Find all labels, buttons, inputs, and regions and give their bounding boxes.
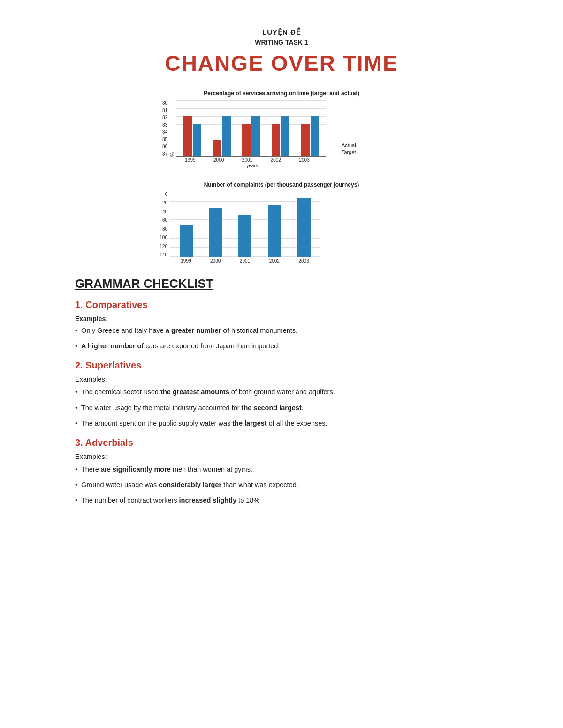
chart2-container: Number of complaints (per thousand passe… <box>160 181 403 263</box>
bar-2003-actual <box>301 124 310 156</box>
sup-ex1-bold: the greatest amounts <box>160 388 229 396</box>
sup-ex3-before: The amount spent on the public supply wa… <box>81 420 232 427</box>
comparatives-examples-label: Examples: <box>75 315 488 323</box>
comp-ex2-after: cars are exported from Japan than import… <box>144 342 280 350</box>
header-section: LUYỆN ĐỀ WRITING TASK 1 CHANGE OVER TIME <box>75 28 488 76</box>
bar2-2002 <box>268 205 281 257</box>
bar2-2003 <box>297 198 311 257</box>
superlatives-examples-label: Examples: <box>75 375 488 383</box>
comparatives-heading: 1. Comparatives <box>75 300 488 310</box>
adv-ex3-bold: increased slightly <box>179 496 237 504</box>
x2-label-2003: 2003 <box>291 258 316 263</box>
superlatives-heading: 2. Superlatives <box>75 360 488 371</box>
chart1-yticks: 87 86 85 84 83 82 81 80 <box>160 100 169 157</box>
chart2-inner: 1999 2000 2001 2002 2003 <box>170 192 320 263</box>
legend-target-color <box>333 150 339 155</box>
chart1-bars-wrapper: % <box>170 100 326 157</box>
sup-example-3: • The amount spent on the public supply … <box>75 418 488 429</box>
bar-group-2003 <box>297 100 322 156</box>
bar-2000-actual <box>213 140 221 156</box>
section-comparatives: 1. Comparatives Examples: • Only Greece … <box>75 300 488 352</box>
comp-ex1-before: Only Greece and Italy have <box>81 327 166 334</box>
chart1-yaxis: 87 86 85 84 83 82 81 80 <box>160 100 169 157</box>
bar-2002-actual <box>272 124 280 156</box>
adv-ex2-before: Ground water usage was <box>81 481 159 488</box>
x2-label-2002: 2002 <box>262 258 287 263</box>
main-title: CHANGE OVER TIME <box>75 51 488 76</box>
sup-ex3-bold: the largest <box>232 420 266 427</box>
x-label-2001: 2001 <box>236 158 259 163</box>
adv-example-1: • There are significantly more men than … <box>75 464 488 475</box>
legend-target-label: Target <box>342 150 356 155</box>
adv-ex3-after: to 18% <box>236 496 259 504</box>
grammar-section: GRAMMAR CHECKLIST 1. Comparatives Exampl… <box>75 277 488 506</box>
comp-example-1: • Only Greece and Italy have a greater n… <box>75 325 488 336</box>
bar-group-2000 <box>210 100 235 156</box>
writing-task-label: WRITING TASK 1 <box>75 38 488 46</box>
luyen-de-label: LUYỆN ĐỀ <box>75 28 488 37</box>
x-label-1999: 1999 <box>178 158 202 163</box>
chart2-yaxis: 140 120 100 80 60 40 20 0 <box>160 192 169 257</box>
bar-2000-target <box>222 116 231 156</box>
sup-ex1-after: of both ground water and aquifers. <box>229 388 335 396</box>
sup-ex2-bold: the second largest <box>242 404 302 412</box>
chart2-title: Number of complaints (per thousand passe… <box>160 181 403 188</box>
chart1-inner: % <box>170 100 326 168</box>
bar-1999-target <box>193 124 201 156</box>
x2-label-2000: 2000 <box>203 258 228 263</box>
legend-target: Target <box>333 150 356 155</box>
x2-label-2001: 2001 <box>233 258 258 263</box>
adv-ex1-after: men than women at gyms. <box>171 465 252 473</box>
bar-1999-actual <box>183 116 192 156</box>
adv-ex1-before: There are <box>81 465 113 473</box>
bar-group-2002 <box>268 100 293 156</box>
comp-ex1-bold: a greater number of <box>166 327 229 334</box>
bar-group2-1999 <box>174 192 199 257</box>
adverbials-heading: 3. Adverbials <box>75 437 488 448</box>
bar-2002-target <box>281 116 289 156</box>
adverbials-examples-label: Examples: <box>75 453 488 460</box>
chart2-yaxis-wrapper: 140 120 100 80 60 40 20 0 <box>160 192 403 263</box>
chart1-xtitle: years <box>170 163 326 168</box>
chart1-container: Percentage of services arriving on time … <box>160 90 403 168</box>
adv-example-3: • The number of contract workers increas… <box>75 495 488 506</box>
bar-group2-2000 <box>204 192 228 257</box>
grammar-title: GRAMMAR CHECKLIST <box>75 277 488 291</box>
charts-section: Percentage of services arriving on time … <box>75 90 488 263</box>
adv-ex1-bold: significantly more <box>113 465 171 473</box>
bar-2003-target <box>311 116 319 156</box>
bar2-1999 <box>180 225 193 257</box>
chart2-bars-row <box>170 192 320 257</box>
sup-example-2: • The water usage by the metal industry … <box>75 403 488 413</box>
adv-ex3-before: The number of contract workers <box>81 496 179 504</box>
chart1-ylabel: % <box>170 152 175 157</box>
section-superlatives: 2. Superlatives Examples: • The chemical… <box>75 360 488 429</box>
bar-group-1999 <box>180 100 205 156</box>
x-label-2002: 2002 <box>264 158 288 163</box>
sup-example-1: • The chemical sector used the greatest … <box>75 387 488 398</box>
bar-2001-actual <box>242 124 251 156</box>
sup-ex2-after: . <box>302 404 304 412</box>
section-adverbials: 3. Adverbials Examples: • There are sign… <box>75 437 488 506</box>
x2-label-1999: 1999 <box>174 258 198 263</box>
chart1-xlabels: 1999 2000 2001 2002 2003 <box>170 158 320 163</box>
sup-ex3-after: of all the expenses. <box>267 420 327 427</box>
chart1-title: Percentage of services arriving on time … <box>160 90 403 97</box>
comp-ex1-after: historical monuments. <box>229 327 297 334</box>
adv-ex2-bold: considerably larger <box>159 481 221 488</box>
chart2-yticks: 140 120 100 80 60 40 20 0 <box>160 192 169 257</box>
sup-ex2-before: The water usage by the metal industry ac… <box>81 404 242 412</box>
chart2-xlabels: 1999 2000 2001 2002 2003 <box>170 258 320 263</box>
comp-example-2: • A higher number of cars are exported f… <box>75 341 488 352</box>
chart1-with-legend: 87 86 85 84 83 82 81 80 % <box>160 100 403 168</box>
bar-group2-2003 <box>291 192 316 257</box>
x-label-2003: 2003 <box>292 158 316 163</box>
chart1-legend: Actual Target <box>333 143 356 155</box>
chart1-bars-row <box>176 100 326 157</box>
legend-actual-label: Actual <box>342 143 356 148</box>
bar2-2000 <box>209 208 222 257</box>
bar-group2-2001 <box>233 192 258 257</box>
bar2-2001 <box>238 215 251 257</box>
sup-ex1-before: The chemical sector used <box>81 388 160 396</box>
legend-actual-color <box>333 143 339 148</box>
